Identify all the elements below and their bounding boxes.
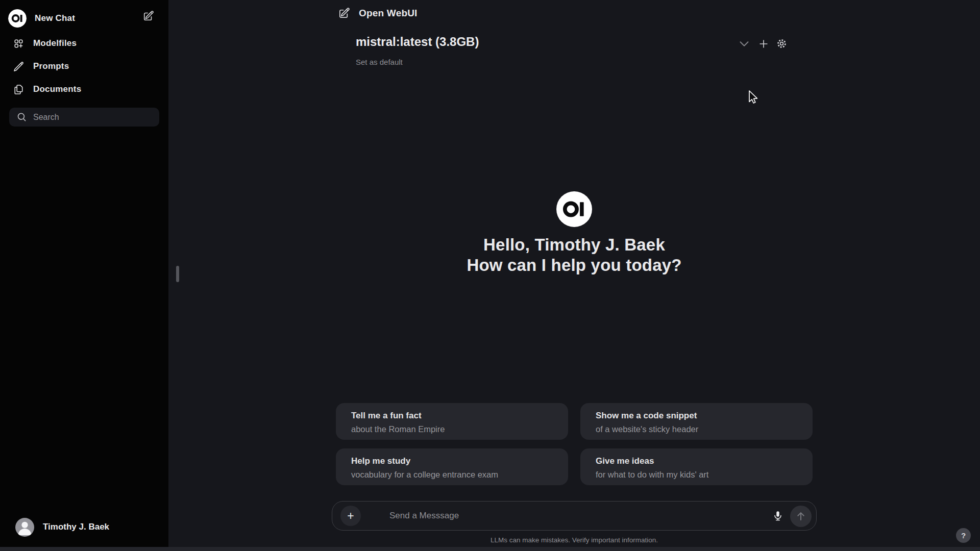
search-input[interactable] [33, 113, 151, 122]
bottom-scrollbar[interactable] [0, 547, 980, 551]
greeting: Hello, Timothy J. Baek How can I help yo… [168, 235, 980, 276]
user-profile-button[interactable]: Timothy J. Baek [6, 515, 162, 539]
suggestion-title: Show me a code snippet [596, 411, 797, 421]
sidebar-item-modelfiles[interactable]: Modelfiles [5, 33, 163, 54]
help-button[interactable]: ? [956, 528, 971, 543]
search-icon [17, 112, 27, 122]
greeting-help: How can I help you today? [168, 255, 980, 276]
chevron-down-icon[interactable] [738, 38, 750, 50]
send-button[interactable] [790, 506, 812, 527]
suggestion-subtitle: vocabulary for a college entrance exam [351, 470, 553, 480]
suggestion-card[interactable]: Tell me a fun fact about the Roman Empir… [336, 403, 568, 440]
suggestion-subtitle: for what to do with my kids' art [596, 470, 797, 480]
sidebar-item-label: Prompts [33, 61, 69, 71]
suggestion-cards: Tell me a fun fact about the Roman Empir… [336, 403, 813, 485]
message-composer: + [332, 501, 817, 531]
sidebar-item-prompts[interactable]: Prompts [5, 56, 163, 77]
gear-icon[interactable] [776, 38, 788, 49]
model-name[interactable]: mistral:latest (3.8GB) [356, 35, 479, 49]
open-webui-app: New Chat Modelfiles Prompts [0, 0, 980, 551]
suggestion-card[interactable]: Give me ideas for what to do with my kid… [580, 448, 813, 485]
squares-plus-icon [13, 38, 24, 49]
suggestion-subtitle: about the Roman Empire [351, 424, 553, 434]
user-name: Timothy J. Baek [43, 522, 109, 532]
app-header: Open WebUI [338, 7, 418, 19]
model-selector: mistral:latest (3.8GB) Set as default [356, 35, 479, 66]
new-chat-edit-icon[interactable] [338, 7, 350, 19]
suggestion-title: Tell me a fun fact [351, 411, 553, 421]
main-area: Open WebUI mistral:latest (3.8GB) Set as… [168, 0, 980, 551]
suggestion-card[interactable]: Show me a code snippet of a website's st… [580, 403, 813, 440]
pencil-icon [13, 61, 24, 72]
suggestion-subtitle: of a website's sticky header [596, 424, 797, 434]
suggestion-title: Give me ideas [596, 456, 797, 466]
new-chat-edit-icon[interactable] [142, 10, 155, 22]
suggestion-title: Help me study [351, 456, 553, 466]
disclaimer-text: LLMs can make mistakes. Verify important… [168, 536, 980, 544]
message-input[interactable] [389, 502, 685, 530]
sidebar-item-documents[interactable]: Documents [5, 79, 163, 100]
new-chat-label: New Chat [35, 13, 75, 23]
sidebar: New Chat Modelfiles Prompts [0, 0, 168, 551]
set-as-default-button[interactable]: Set as default [356, 58, 479, 66]
microphone-icon[interactable] [772, 510, 783, 521]
attach-plus-button[interactable]: + [340, 506, 361, 526]
app-title: Open WebUI [359, 8, 418, 19]
add-model-plus-icon[interactable] [758, 38, 769, 49]
suggestion-card[interactable]: Help me study vocabulary for a college e… [336, 448, 568, 485]
sidebar-item-label: Documents [33, 84, 81, 94]
avatar [15, 518, 34, 537]
openwebui-logo-icon [556, 191, 592, 227]
openwebui-logo-icon [8, 9, 27, 28]
document-duplicate-icon [13, 84, 24, 95]
search-box[interactable] [9, 108, 159, 127]
greeting-hello: Hello, Timothy J. Baek [168, 235, 980, 255]
sidebar-item-label: Modelfiles [33, 38, 77, 48]
new-chat-button[interactable]: New Chat [8, 8, 75, 29]
